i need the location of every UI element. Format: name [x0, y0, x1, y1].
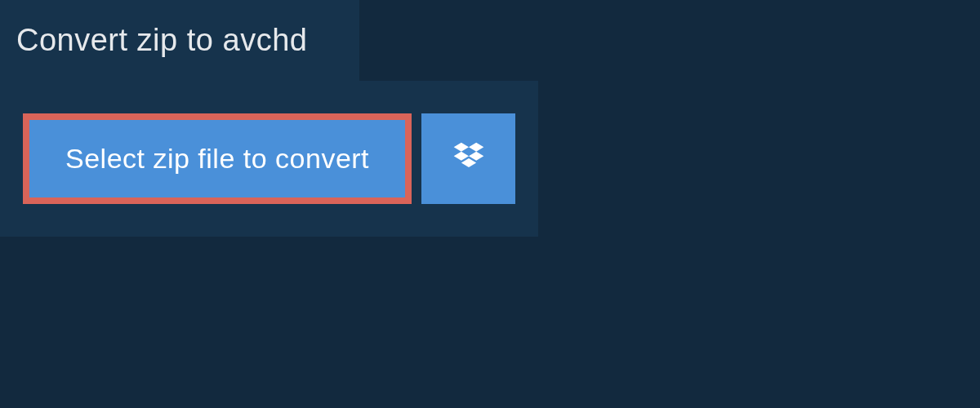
button-row: Select zip file to convert: [23, 113, 515, 204]
dropbox-button[interactable]: [421, 113, 515, 204]
select-file-label: Select zip file to convert: [65, 143, 369, 175]
upload-panel: Select zip file to convert: [0, 81, 538, 237]
page-header: Convert zip to avchd: [0, 0, 359, 81]
select-file-button[interactable]: Select zip file to convert: [23, 113, 412, 204]
dropbox-icon: [451, 140, 487, 179]
page-title: Convert zip to avchd: [16, 23, 335, 58]
